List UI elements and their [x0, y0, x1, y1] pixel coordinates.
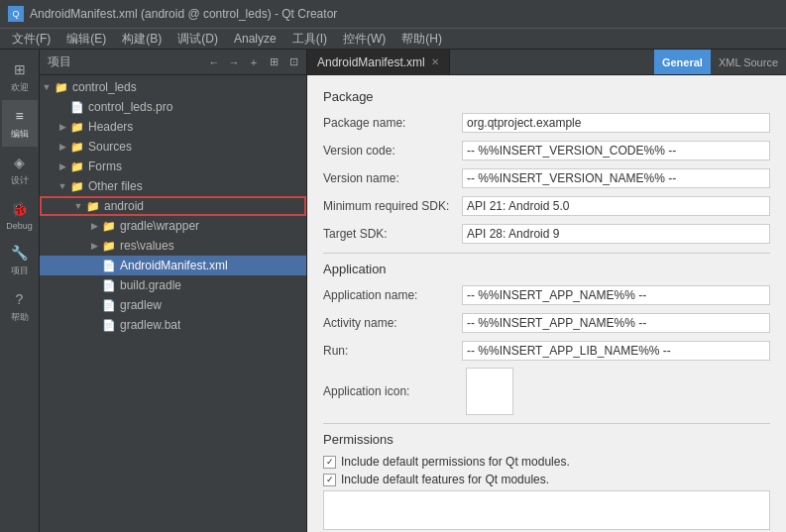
menu-build[interactable]: 构建(B) — [114, 29, 169, 49]
permissions-text-area[interactable] — [323, 490, 770, 530]
tree-label-android: android — [104, 199, 144, 213]
form-row-activity-name: Activity name: — [323, 312, 770, 334]
tree-label-build-gradle: build.gradle — [120, 278, 181, 292]
tab-close-androidmanifest[interactable]: ✕ — [431, 56, 439, 67]
arrow-forms: ▶ — [56, 160, 69, 173]
sidebar-item-welcome[interactable]: ⊞ 欢迎 — [2, 53, 38, 100]
file-icon-gradlew: 📄 — [101, 297, 117, 313]
menu-file[interactable]: 文件(F) — [4, 29, 58, 49]
tree-item-gradle-wrapper[interactable]: ▶ 📁 gradle\wrapper — [40, 216, 306, 236]
menu-debug[interactable]: 调试(D) — [169, 29, 226, 49]
input-app-name[interactable] — [462, 285, 770, 305]
tree-label-forms: Forms — [88, 160, 122, 173]
sidebar-item-debug[interactable]: 🐞 Debug — [2, 193, 38, 237]
tree-item-pro[interactable]: ▶ 📄 control_leds.pro — [40, 97, 306, 117]
menu-analyze[interactable]: Analyze — [226, 29, 284, 49]
tab-androidmanifest[interactable]: AndroidManifest.xml ✕ — [307, 50, 450, 74]
tree-item-forms[interactable]: ▶ 📁 Forms — [40, 157, 306, 176]
tabs-bar: AndroidManifest.xml ✕ General XML Source — [307, 50, 786, 75]
form-row-run: Run: — [323, 340, 770, 362]
input-run[interactable] — [462, 341, 770, 361]
label-app-icon: Application icon: — [323, 384, 462, 398]
tree-item-control-leds[interactable]: ▼ 📁 control_leds — [40, 77, 306, 97]
tree-label-androidmanifest: AndroidManifest.xml — [120, 259, 228, 272]
tree-item-android[interactable]: ▼ 📁 android — [40, 196, 306, 216]
input-activity-name[interactable] — [462, 313, 770, 333]
input-target-sdk[interactable] — [462, 224, 770, 244]
folder-icon-gradle-wrapper: 📁 — [101, 218, 117, 234]
input-package-name[interactable] — [462, 113, 770, 133]
package-section-title: Package — [323, 89, 770, 104]
tree-label-sources: Sources — [88, 140, 132, 154]
file-icon-pro: 📄 — [69, 99, 85, 115]
sidebar-item-project[interactable]: 🔧 项目 — [2, 237, 38, 283]
toolbar-forward-btn[interactable]: → — [225, 53, 243, 71]
panel-toolbar: 项目 ← → + ⊞ ⊡ — [40, 50, 306, 75]
form-row-target-sdk: Target SDK: — [323, 223, 770, 245]
arrow-control-leds: ▼ — [40, 80, 54, 94]
tree-label-res-values: res\values — [120, 239, 174, 253]
label-target-sdk: Target SDK: — [323, 227, 462, 241]
checkbox-row-default-features: ✓ Include default features for Qt module… — [323, 473, 770, 486]
tree-item-gradlew-bat[interactable]: ▶ 📄 gradlew.bat — [40, 315, 306, 335]
application-section-title: Application — [323, 262, 770, 276]
folder-icon-headers: 📁 — [69, 119, 85, 135]
input-version-code[interactable] — [462, 141, 770, 160]
panel-title: 项目 — [44, 53, 203, 70]
arrow-gradle-wrapper: ▶ — [87, 219, 101, 233]
toolbar-add-btn[interactable]: + — [245, 53, 263, 71]
sidebar-item-help[interactable]: ? 帮助 — [2, 283, 38, 330]
checkbox-default-features[interactable]: ✓ — [323, 474, 336, 486]
label-version-code: Version code: — [323, 144, 462, 158]
edit-icon: ≡ — [10, 106, 30, 126]
tab-action-xml-source[interactable]: XML Source — [711, 50, 786, 74]
label-package-name: Package name: — [323, 116, 462, 130]
toolbar-grid-btn[interactable]: ⊞ — [265, 53, 282, 71]
file-icon-gradlew-bat: 📄 — [101, 317, 117, 333]
menu-help[interactable]: 帮助(H) — [393, 29, 450, 49]
tab-label-androidmanifest: AndroidManifest.xml — [317, 55, 425, 69]
form-row-app-icon: Application icon: — [323, 368, 770, 415]
folder-icon-res-values: 📁 — [101, 238, 117, 254]
checkbox-label-default-features: Include default features for Qt modules. — [341, 473, 549, 486]
tab-action-general[interactable]: General — [654, 50, 711, 74]
tree-label-gradlew-bat: gradlew.bat — [120, 318, 180, 332]
arrow-other-files: ▼ — [56, 179, 69, 193]
tree-item-androidmanifest[interactable]: ▶ 📄 AndroidManifest.xml — [40, 256, 306, 275]
debug-icon: 🐞 — [10, 199, 30, 219]
file-icon-androidmanifest: 📄 — [101, 258, 117, 273]
menu-edit[interactable]: 编辑(E) — [58, 29, 114, 49]
tree-label-gradlew: gradlew — [120, 298, 162, 312]
main-layout: ⊞ 欢迎 ≡ 编辑 ◈ 设计 🐞 Debug 🔧 项目 ? 帮助 项目 ← → — [0, 50, 786, 532]
folder-icon-forms: 📁 — [69, 159, 85, 174]
app-icon-box[interactable] — [466, 368, 513, 415]
sidebar-item-edit[interactable]: ≡ 编辑 — [2, 100, 38, 147]
help-icon: ? — [10, 289, 30, 309]
tree-label-other-files: Other files — [88, 179, 143, 193]
tree-item-build-gradle[interactable]: ▶ 📄 build.gradle — [40, 275, 306, 295]
label-activity-name: Activity name: — [323, 316, 462, 330]
arrow-sources: ▶ — [56, 140, 69, 154]
tree-item-other-files[interactable]: ▼ 📁 Other files — [40, 176, 306, 196]
tree-item-res-values[interactable]: ▶ 📁 res\values — [40, 236, 306, 256]
label-version-name: Version name: — [323, 171, 462, 185]
sidebar-item-design[interactable]: ◈ 设计 — [2, 147, 38, 193]
menu-controls[interactable]: 控件(W) — [335, 29, 393, 49]
checkbox-default-permissions[interactable]: ✓ — [323, 456, 336, 469]
input-version-name[interactable] — [462, 168, 770, 188]
project-panel: 项目 ← → + ⊞ ⊡ ▼ 📁 control_leds ▶ 📄 contro… — [40, 50, 307, 532]
tree-label-headers: Headers — [88, 120, 133, 134]
tree-label-pro: control_leds.pro — [88, 100, 172, 114]
menu-tools[interactable]: 工具(I) — [284, 29, 335, 49]
folder-icon-sources: 📁 — [69, 139, 85, 155]
tree-item-headers[interactable]: ▶ 📁 Headers — [40, 117, 306, 137]
label-run: Run: — [323, 344, 462, 358]
tree-item-sources[interactable]: ▶ 📁 Sources — [40, 137, 306, 157]
tree-item-gradlew[interactable]: ▶ 📄 gradlew — [40, 295, 306, 315]
toolbar-back-btn[interactable]: ← — [205, 53, 223, 71]
menu-bar: 文件(F) 编辑(E) 构建(B) 调试(D) Analyze 工具(I) 控件… — [0, 28, 786, 50]
toolbar-filter-btn[interactable]: ⊡ — [284, 53, 302, 71]
input-min-sdk[interactable] — [462, 196, 770, 216]
form-row-version-code: Version code: — [323, 140, 770, 161]
welcome-icon: ⊞ — [10, 59, 30, 79]
